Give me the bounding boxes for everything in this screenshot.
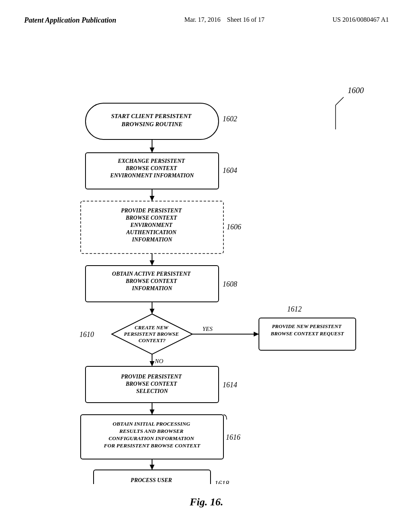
page-header: Patent Application Publication Mar. 17, …: [0, 0, 413, 33]
label-1616: 1616: [226, 433, 240, 441]
svg-marker-16: [254, 332, 259, 337]
flowchart-diagram: 1600 START CLIENT PERSISTENT BROWSING RO…: [0, 33, 413, 492]
label-1606: 1606: [227, 223, 241, 231]
header-date-sheet: Mar. 17, 2016 Sheet 16 of 17: [184, 16, 265, 23]
label-1612: 1612: [287, 305, 302, 313]
node-1618-label: PROCESS USER INTERACTIONS: [131, 477, 173, 484]
svg-marker-10: [150, 260, 154, 266]
figure-caption: Fig. 16.: [0, 496, 413, 516]
no-label: NO: [154, 358, 163, 364]
svg-marker-7: [150, 196, 154, 201]
svg-marker-22: [150, 409, 154, 415]
label-1602: 1602: [223, 115, 237, 123]
svg-marker-19: [150, 361, 154, 366]
svg-line-0: [336, 97, 344, 105]
header-date: Mar. 17, 2016: [184, 16, 221, 23]
label-1608: 1608: [223, 280, 237, 288]
flowchart-svg: 1600 START CLIENT PERSISTENT BROWSING RO…: [33, 41, 380, 484]
svg-marker-4: [150, 148, 154, 153]
svg-marker-25: [150, 465, 154, 470]
diagram-number: 1600: [348, 86, 364, 95]
label-1614: 1614: [223, 381, 237, 389]
page: Patent Application Publication Mar. 17, …: [0, 0, 413, 532]
yes-label: YES: [202, 326, 213, 332]
header-sheet: Sheet 16 of 17: [227, 16, 265, 23]
label-1610: 1610: [79, 330, 94, 339]
label-1604: 1604: [223, 166, 237, 175]
svg-marker-13: [150, 309, 154, 314]
header-publication-label: Patent Application Publication: [24, 16, 116, 25]
label-1618: 1618: [215, 480, 229, 484]
header-patent-number: US 2016/0080467 A1: [332, 16, 389, 23]
